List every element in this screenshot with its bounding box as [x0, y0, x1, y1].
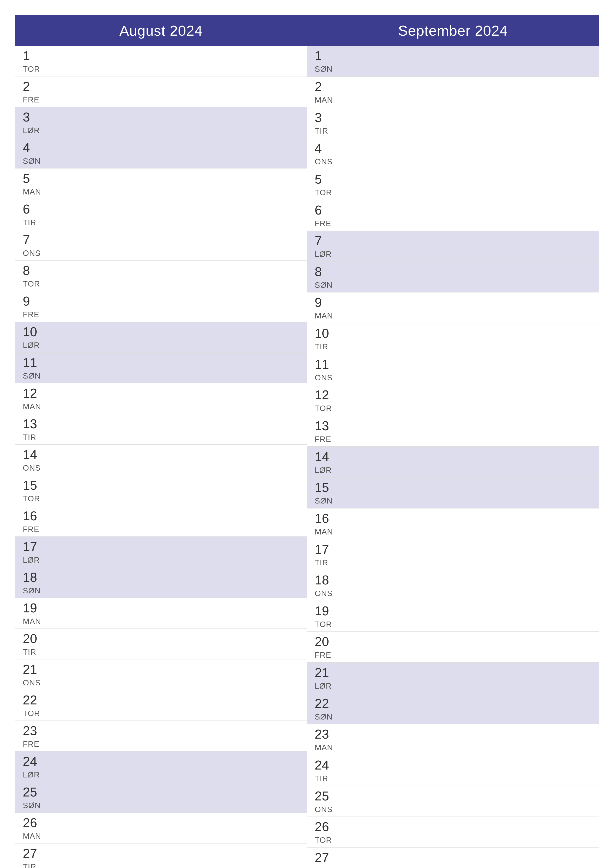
day-row: 21 ONS: [16, 659, 307, 690]
day-info: 1 SØN: [315, 48, 334, 74]
day-row: 20 TIR: [16, 629, 307, 659]
day-row: 1 TOR: [16, 46, 307, 76]
day-name: FRE: [23, 739, 43, 749]
calendar-container: August 2024 September 2024 1 TOR 2 FRE 3…: [15, 15, 599, 868]
day-row: 17 TIR: [307, 539, 598, 570]
day-info: 11 SØN: [23, 355, 43, 381]
day-name: SØN: [23, 586, 43, 595]
day-name: FRE: [23, 310, 43, 319]
day-row: 3 LØR: [16, 107, 307, 138]
day-row: 17 LØR: [16, 537, 307, 567]
day-number: 17: [23, 539, 43, 554]
day-row: 15 SØN: [307, 477, 598, 508]
day-info: 18 SØN: [23, 570, 43, 595]
day-name: FRE: [315, 435, 334, 444]
day-name: TIR: [23, 862, 43, 868]
day-row: 14 ONS: [16, 445, 307, 475]
day-number: 25: [315, 789, 334, 803]
day-number: 26: [23, 815, 43, 830]
day-info: 14 LØR: [315, 450, 334, 475]
day-info: 9 FRE: [23, 294, 43, 319]
day-info: 7 LØR: [315, 233, 334, 259]
page: August 2024 September 2024 1 TOR 2 FRE 3…: [0, 0, 614, 868]
day-number: 2: [23, 79, 43, 94]
day-info: 2 MAN: [315, 79, 334, 105]
day-row: 6 TIR: [16, 199, 307, 230]
day-info: 25 SØN: [23, 784, 43, 810]
day-number: 12: [23, 386, 43, 401]
day-info: 11 ONS: [315, 357, 334, 382]
day-name: TIR: [315, 774, 334, 783]
day-info: 15 SØN: [315, 480, 334, 505]
day-name: MAN: [315, 311, 334, 321]
day-number: 4: [315, 141, 334, 156]
september-days: 1 SØN 2 MAN 3 TIR 4 ONS 5 TOR: [307, 46, 598, 868]
day-number: 14: [23, 447, 43, 462]
day-info: 24 TIR: [315, 758, 334, 783]
day-row: 11 ONS: [307, 354, 598, 385]
day-info: 26 MAN: [23, 815, 43, 841]
day-row: 13 FRE: [307, 416, 598, 447]
day-number: 1: [23, 48, 43, 63]
day-name: MAN: [23, 832, 43, 841]
day-name: ONS: [315, 589, 334, 598]
day-row: 15 TOR: [16, 475, 307, 506]
day-name: TIR: [315, 558, 334, 567]
day-number: 7: [23, 232, 43, 247]
day-name: SØN: [23, 157, 43, 166]
day-row: 5 MAN: [16, 169, 307, 199]
day-number: 9: [315, 295, 334, 310]
september-header: September 2024: [307, 16, 598, 46]
day-info: 22 SØN: [315, 696, 334, 722]
day-name: ONS: [23, 678, 43, 687]
day-info: 22 TOR: [23, 693, 43, 718]
day-info: 23 FRE: [23, 723, 43, 749]
day-info: 5 TOR: [315, 172, 334, 197]
day-info: 5 MAN: [23, 171, 43, 197]
day-number: 23: [315, 727, 334, 742]
day-info: 7 ONS: [23, 232, 43, 258]
day-info: 16 MAN: [315, 511, 334, 536]
day-number: 8: [315, 264, 334, 279]
day-number: 27: [315, 850, 334, 865]
day-row: 19 MAN: [16, 598, 307, 629]
day-info: 2 FRE: [23, 79, 43, 104]
day-number: 5: [315, 172, 334, 186]
day-number: 13: [23, 417, 43, 431]
day-name: LØR: [315, 250, 334, 259]
day-info: 24 LØR: [23, 754, 43, 780]
day-row: 14 LØR: [307, 446, 598, 477]
day-info: 20 FRE: [315, 634, 334, 660]
day-name: LØR: [315, 466, 334, 475]
day-name: LØR: [23, 555, 43, 565]
day-row: 7 LØR: [307, 231, 598, 262]
day-name: LØR: [23, 770, 43, 780]
day-name: FRE: [315, 219, 334, 228]
day-number: 3: [315, 110, 334, 125]
day-info: 26 TOR: [315, 819, 334, 845]
day-row: 22 SØN: [307, 693, 598, 724]
day-info: 19 TOR: [315, 603, 334, 629]
day-number: 11: [315, 357, 334, 372]
day-number: 6: [23, 202, 43, 217]
day-name: SØN: [23, 371, 43, 381]
day-row: 5 TOR: [307, 169, 598, 200]
day-name: TOR: [23, 279, 43, 288]
day-name: TIR: [23, 648, 43, 657]
day-row: 16 MAN: [307, 508, 598, 539]
day-row: 26 MAN: [16, 813, 307, 843]
day-row: 10 LØR: [16, 322, 307, 353]
day-row: 25 SØN: [16, 782, 307, 813]
day-name: MAN: [23, 187, 43, 197]
day-name: LØR: [23, 341, 43, 350]
day-number: 4: [23, 140, 43, 155]
day-info: 27 FRE: [315, 850, 334, 868]
day-name: SØN: [315, 281, 334, 290]
day-name: TOR: [23, 494, 43, 503]
day-name: MAN: [23, 402, 43, 411]
day-row: 9 MAN: [307, 293, 598, 323]
day-row: 8 SØN: [307, 262, 598, 293]
day-name: TOR: [315, 188, 334, 197]
day-info: 4 SØN: [23, 140, 43, 166]
day-name: TIR: [23, 218, 43, 227]
